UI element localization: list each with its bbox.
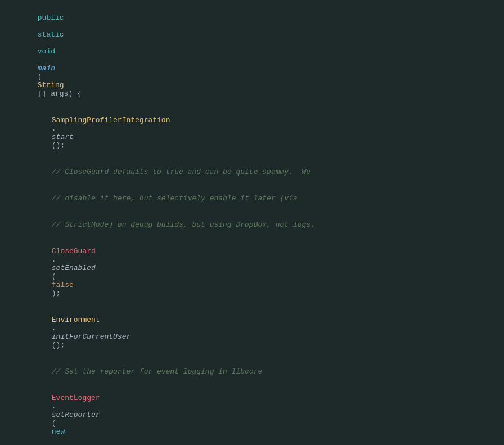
class-eventlogger: EventLogger — [52, 394, 100, 402]
code-line-1: public static void main ( String [] args… — [0, 5, 504, 107]
method-initforcurrentuser: initForCurrentUser — [52, 332, 130, 341]
method-setenabled: setEnabled — [52, 264, 96, 272]
type-string: String — [38, 81, 64, 89]
keyword-static: static — [38, 30, 64, 39]
method-main: main — [38, 64, 55, 73]
comment-8: // Set the reporter for event logging in… — [52, 367, 262, 376]
comment-4: // disable it here, but selectively enab… — [52, 194, 298, 203]
keyword-new-9: new — [52, 428, 65, 436]
code-line-7: Environment . initForCurrentUser (); — [0, 307, 504, 358]
comment-3: // CloseGuard defaults to true and can b… — [52, 168, 310, 176]
code-container: public static void main ( String [] args… — [0, 0, 504, 445]
code-line-9: EventLogger . setReporter ( new EventLog… — [0, 385, 504, 445]
comment-5: // StrictMode) on debug builds, but usin… — [52, 221, 315, 229]
code-line-8: // Set the reporter for event logging in… — [0, 358, 504, 385]
code-line-5: // StrictMode) on debug builds, but usin… — [0, 212, 504, 238]
keyword-void: void — [38, 47, 55, 56]
method-setreporter: setReporter — [52, 411, 100, 419]
class-closeguard: CloseGuard — [52, 247, 96, 255]
keyword-public: public — [38, 14, 64, 22]
code-line-4: // disable it here, but selectively enab… — [0, 185, 504, 212]
code-line-6: CloseGuard . setEnabled ( false ); — [0, 238, 504, 307]
val-false: false — [52, 281, 74, 289]
method-start: start — [52, 133, 74, 141]
code-line-3: // CloseGuard defaults to true and can b… — [0, 159, 504, 185]
class-sampling: SamplingProfilerIntegration — [52, 116, 170, 124]
code-line-2: SamplingProfilerIntegration . start (); — [0, 107, 504, 159]
class-environment: Environment — [52, 316, 100, 324]
